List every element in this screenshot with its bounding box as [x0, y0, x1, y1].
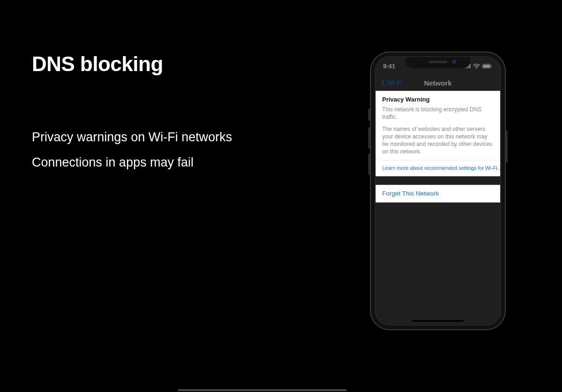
navigation-bar: Wi-Fi Network — [376, 75, 500, 91]
slide-bullet: Connections in apps may fail — [32, 155, 193, 170]
privacy-warning-cell: Privacy Warning This network is blocking… — [376, 91, 500, 160]
slide: DNS blocking Privacy warnings on Wi-Fi n… — [0, 0, 562, 392]
volume-down-button — [368, 153, 370, 175]
volume-up-button — [368, 127, 370, 149]
side-button — [506, 130, 508, 163]
forget-network-group: Forget This Network — [376, 185, 500, 203]
slide-bullet: Privacy warnings on Wi-Fi networks — [32, 130, 232, 145]
mute-switch — [368, 109, 370, 121]
forget-network-button[interactable]: Forget This Network — [376, 185, 500, 202]
status-time: 9:41 — [383, 63, 395, 70]
back-button[interactable]: Wi-Fi — [380, 79, 402, 87]
back-label: Wi-Fi — [387, 79, 402, 87]
svg-rect-6 — [483, 65, 490, 68]
chevron-left-icon — [380, 79, 386, 87]
privacy-warning-heading: Privacy Warning — [382, 95, 494, 104]
notch — [406, 57, 470, 68]
learn-more-link[interactable]: Learn more about recommended settings fo… — [376, 160, 500, 176]
window-scrubber[interactable] — [178, 389, 347, 391]
settings-content: Privacy Warning This network is blocking… — [376, 91, 500, 203]
battery-icon — [482, 64, 493, 69]
home-indicator[interactable] — [412, 320, 464, 322]
iphone-screen: 9:41 Wi- — [376, 57, 500, 325]
privacy-warning-subheading: This network is blocking encrypted DNS t… — [382, 106, 494, 121]
nav-title: Network — [424, 79, 451, 87]
svg-point-4 — [476, 67, 477, 68]
privacy-warning-group: Privacy Warning This network is blocking… — [376, 91, 500, 176]
svg-rect-3 — [469, 64, 471, 68]
svg-rect-7 — [492, 65, 493, 67]
slide-title: DNS blocking — [32, 52, 163, 76]
wifi-icon — [473, 64, 480, 69]
privacy-warning-body: The names of websites and other servers … — [382, 125, 494, 156]
iphone-mockup: 9:41 Wi- — [370, 51, 506, 330]
